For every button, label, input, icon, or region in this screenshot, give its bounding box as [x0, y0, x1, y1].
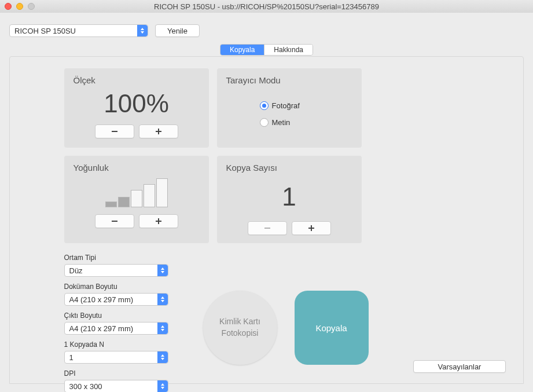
svg-rect-3 — [112, 221, 117, 222]
plus-icon — [155, 128, 162, 135]
scale-title: Ölçek — [73, 75, 200, 85]
minus-icon — [111, 128, 118, 135]
svg-rect-8 — [311, 225, 312, 231]
copies-card: Kopya Sayısı 1 — [217, 156, 362, 243]
nup-label: 1 Kopyada N — [64, 340, 168, 349]
doc-size-select[interactable]: A4 (210 x 297 mm) — [64, 293, 168, 306]
updown-arrows-icon — [157, 294, 168, 305]
copies-value: 1 — [226, 184, 352, 210]
radio-unchecked-icon — [260, 118, 269, 127]
minimize-window-button[interactable] — [16, 3, 23, 10]
minus-icon — [111, 218, 118, 225]
minus-icon — [264, 225, 271, 232]
main-panel: Ölçek 100% Tarayıcı Modu — [9, 56, 524, 384]
density-card: Yoğunluk — [64, 156, 209, 243]
scanner-mode-title: Tarayıcı Modu — [226, 75, 352, 85]
tab-about[interactable]: Hakkında — [264, 45, 313, 55]
scanner-mode-text-option[interactable]: Metin — [260, 118, 352, 127]
window-title: RICOH SP 150SU - usb://RICOH/SP%20150SU?… — [154, 2, 379, 11]
id-card-label-line1: Kimlik Kartı — [219, 317, 260, 326]
scanner-mode-photo-option[interactable]: Fotoğraf — [260, 101, 352, 110]
copy-button[interactable]: Kopyala — [295, 291, 369, 365]
updown-arrows-icon — [157, 380, 168, 392]
id-card-label-line2: Fotokopisi — [222, 328, 259, 338]
svg-rect-2 — [158, 129, 159, 134]
svg-rect-6 — [264, 228, 270, 229]
radio-checked-icon — [260, 101, 269, 110]
output-size-label: Çıktı Boyutu — [64, 312, 168, 320]
doc-size-label: Doküman Boyutu — [64, 283, 168, 291]
printer-select[interactable]: RICOH SP 150SU — [9, 24, 148, 37]
density-title: Yoğunluk — [73, 163, 200, 173]
copy-button-label: Kopyala — [315, 323, 347, 333]
plus-icon — [308, 225, 315, 232]
plus-icon — [155, 218, 162, 225]
svg-rect-5 — [158, 218, 159, 224]
defaults-button[interactable]: Varsayılanlar — [413, 360, 506, 373]
refresh-button-label: Yenile — [167, 27, 188, 35]
settings-column: Ortam Tipi Düz Doküman Boyutu A4 (210 x … — [64, 251, 168, 392]
scale-value: 100% — [73, 91, 200, 116]
density-minus-button[interactable] — [95, 214, 134, 228]
scanner-mode-card: Tarayıcı Modu Fotoğraf Metin — [217, 68, 362, 148]
media-type-select[interactable]: Düz — [64, 264, 168, 277]
copies-plus-button[interactable] — [292, 221, 331, 235]
svg-rect-0 — [112, 131, 117, 132]
maximize-window-button[interactable] — [28, 3, 35, 10]
scale-card: Ölçek 100% — [64, 68, 209, 148]
scale-minus-button[interactable] — [95, 124, 134, 138]
density-plus-button[interactable] — [139, 214, 178, 228]
tab-bar: Kopyala Hakkında — [220, 44, 313, 56]
nup-select[interactable]: 1 — [64, 351, 168, 364]
updown-arrows-icon — [157, 323, 168, 334]
window-controls — [5, 3, 35, 10]
scale-plus-button[interactable] — [139, 124, 178, 138]
close-window-button[interactable] — [5, 3, 12, 10]
dpi-select[interactable]: 300 x 300 — [64, 380, 168, 392]
scanner-mode-text-label: Metin — [272, 118, 291, 127]
refresh-button[interactable]: Yenile — [155, 24, 200, 37]
updown-arrows-icon — [157, 265, 168, 276]
media-type-label: Ortam Tipi — [64, 254, 168, 262]
copies-minus-button[interactable] — [248, 221, 287, 235]
scanner-mode-photo-label: Fotoğraf — [272, 101, 300, 110]
updown-arrows-icon — [137, 25, 148, 36]
printer-select-value: RICOH SP 150SU — [10, 27, 137, 35]
updown-arrows-icon — [157, 351, 168, 363]
id-card-copy-button[interactable]: Kimlik Kartı Fotokopisi — [203, 291, 277, 365]
dpi-label: DPI — [64, 369, 168, 378]
density-bars-indicator — [73, 178, 200, 207]
copies-title: Kopya Sayısı — [226, 163, 352, 173]
defaults-button-label: Varsayılanlar — [438, 362, 481, 371]
output-size-select[interactable]: A4 (210 x 297 mm) — [64, 322, 168, 335]
window-titlebar: RICOH SP 150SU - usb://RICOH/SP%20150SU?… — [0, 0, 533, 13]
tab-copy[interactable]: Kopyala — [220, 45, 264, 55]
